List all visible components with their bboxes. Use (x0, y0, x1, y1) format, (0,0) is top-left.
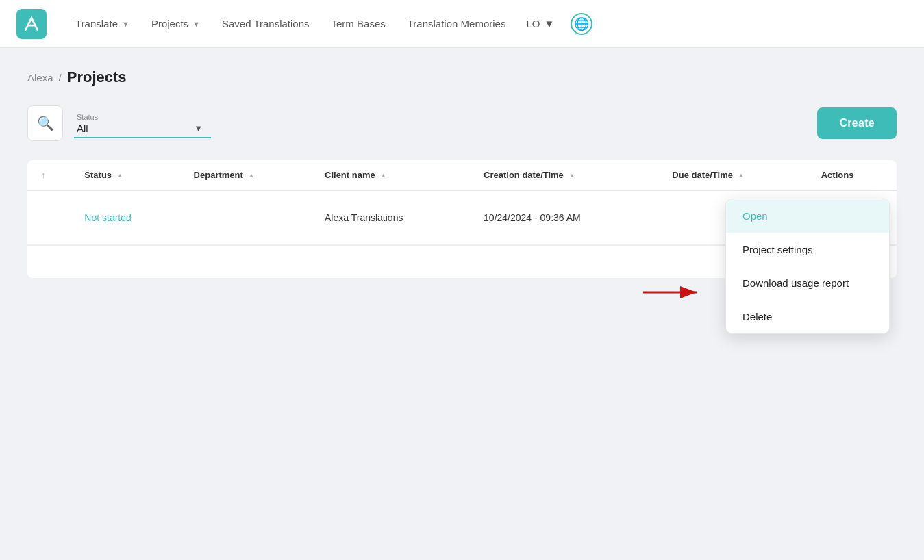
th-sort: ↑ (27, 160, 73, 190)
nav-translation-memories[interactable]: Translation Memories (398, 12, 516, 35)
sort-icons-due: ▲ (738, 173, 745, 179)
context-menu-item-project-settings[interactable]: Project settings (726, 233, 889, 266)
td-creation-date: 10/24/2024 - 09:36 AM (473, 190, 661, 245)
globe-icon[interactable]: 🌐 (571, 13, 592, 35)
status-dropdown-value: All (77, 123, 88, 134)
status-dropdown[interactable]: Status All ▼ (74, 109, 211, 138)
td-sort (27, 190, 73, 245)
main-content: Alexa / Projects 🔍 Status All ▼ Create ↑ (0, 48, 924, 298)
sort-icons-status: ▲ (117, 173, 123, 179)
dropdown-arrow-icon: ▼ (194, 123, 203, 133)
logo[interactable] (16, 9, 47, 39)
chevron-down-icon: ▼ (544, 18, 554, 29)
th-actions: Actions (810, 160, 897, 190)
search-button[interactable]: 🔍 (27, 105, 63, 141)
th-due-date[interactable]: Due date/Time ▲ (661, 160, 810, 190)
logo-icon (23, 15, 40, 33)
sort-up-icon: ▲ (380, 173, 386, 179)
nav-locale[interactable]: LO ▼ (518, 12, 562, 35)
status-dropdown-label: Status (77, 113, 203, 121)
sort-icons-creation: ▲ (569, 173, 575, 179)
navbar: Translate ▼ Projects ▼ Saved Translation… (0, 0, 924, 48)
create-button[interactable]: Create (817, 107, 897, 139)
table-header-row: ↑ Status ▲ Department ▲ (27, 160, 897, 190)
context-menu: Open Project settings Download usage rep… (725, 199, 890, 334)
sort-up-icon: ▲ (248, 173, 254, 179)
sort-up-icon: ▲ (569, 173, 575, 179)
arrow-to-menu (643, 282, 705, 303)
filters-row: 🔍 Status All ▼ Create (27, 105, 897, 141)
red-arrow-svg-2 (643, 282, 705, 303)
td-department (183, 190, 314, 245)
sort-icon: ↑ (41, 170, 46, 180)
breadcrumb-parent: Alexa (27, 72, 53, 84)
td-client-name: Alexa Translations (314, 190, 473, 245)
context-menu-item-delete[interactable]: Delete (726, 300, 889, 333)
chevron-down-icon: ▼ (192, 20, 200, 28)
th-creation-date[interactable]: Creation date/Time ▲ (473, 160, 661, 190)
status-badge: Not started (84, 212, 131, 223)
td-status: Not started (73, 190, 182, 245)
breadcrumb-current: Projects (67, 68, 127, 86)
th-department[interactable]: Department ▲ (183, 160, 314, 190)
nav-items: Translate ▼ Projects ▼ Saved Translation… (66, 12, 908, 35)
breadcrumb: Alexa / Projects (27, 68, 897, 86)
nav-term-bases[interactable]: Term Bases (322, 12, 395, 35)
search-icon: 🔍 (37, 115, 54, 131)
projects-table-container: ↑ Status ▲ Department ▲ (27, 160, 897, 278)
th-client-name[interactable]: Client name ▲ (314, 160, 473, 190)
sort-icons-client: ▲ (380, 173, 386, 179)
sort-up-icon: ▲ (738, 173, 745, 179)
sort-up-icon: ▲ (117, 173, 123, 179)
sort-icons-dept: ▲ (248, 173, 254, 179)
context-menu-item-open[interactable]: Open (726, 199, 889, 233)
context-menu-item-download-usage-report[interactable]: Download usage report (726, 266, 889, 300)
nav-saved-translations[interactable]: Saved Translations (212, 12, 319, 35)
th-status[interactable]: Status ▲ (73, 160, 182, 190)
nav-translate[interactable]: Translate ▼ (66, 12, 139, 35)
breadcrumb-separator: / (59, 72, 62, 84)
nav-projects[interactable]: Projects ▼ (142, 12, 210, 35)
chevron-down-icon: ▼ (122, 20, 129, 28)
